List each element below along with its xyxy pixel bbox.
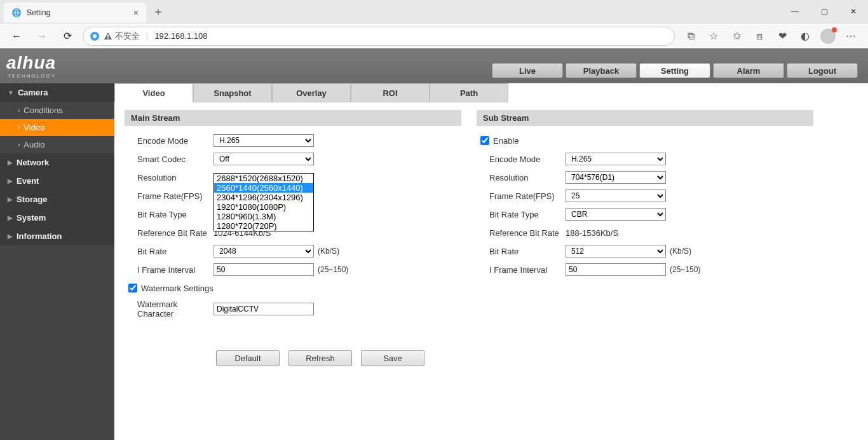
caret-icon: ▶ — [8, 177, 13, 184]
sidebar-section-camera[interactable]: ▼Camera — [0, 83, 114, 102]
default-button[interactable]: Default — [216, 350, 280, 366]
resolution-option[interactable]: 2688*1520(2688x1520) — [214, 174, 313, 183]
collections-icon[interactable]: ⧈ — [749, 26, 770, 46]
watermark-settings-label: Watermark Settings — [141, 284, 214, 293]
sub-bit-rate-type-select[interactable]: CBR — [566, 208, 666, 221]
app-icon[interactable]: ◐ — [794, 26, 816, 46]
resolution-option[interactable]: 1280*720(720P) — [214, 221, 313, 231]
sidebar-item-audio[interactable]: ›Audio — [0, 136, 114, 153]
smart-codec-label: Smart Codec — [137, 155, 214, 164]
warning-icon — [104, 32, 112, 41]
more-icon[interactable]: ⋯ — [840, 26, 862, 46]
sub-ref-bit-rate-value: 188-1536Kb/S — [566, 228, 618, 238]
svg-point-2 — [93, 34, 97, 38]
top-nav-alarm[interactable]: Alarm — [713, 63, 784, 78]
sub-bit-rate-type-label: Bit Rate Type — [489, 210, 566, 219]
forward-button[interactable]: → — [32, 26, 52, 46]
window-close-button[interactable]: ✕ — [839, 0, 868, 23]
caret-icon: ▼ — [8, 89, 14, 96]
sub-encode-mode-label: Encode Mode — [489, 155, 566, 164]
bit-rate-unit: (Kb/S) — [318, 247, 339, 256]
main-bit-rate-select[interactable]: 2048 — [214, 245, 314, 258]
sub-resolution-label: Resolution — [489, 173, 566, 182]
chevron-icon: › — [18, 107, 20, 114]
chevron-icon: › — [18, 124, 20, 131]
bit-rate-type-label: Bit Rate Type — [137, 210, 214, 219]
window-minimize-button[interactable]: — — [780, 0, 810, 23]
sub-i-frame-input[interactable] — [566, 263, 666, 276]
top-nav-live[interactable]: Live — [492, 63, 563, 78]
sidebar-section-system[interactable]: ▶System — [0, 209, 114, 227]
sub-ref-bit-rate-label: Reference Bit Rate — [489, 228, 566, 238]
tab-roi[interactable]: ROI — [351, 83, 430, 102]
top-nav-setting[interactable]: Setting — [639, 63, 710, 78]
sidebar-section-network[interactable]: ▶Network — [0, 153, 114, 172]
watermark-checkbox[interactable] — [128, 284, 137, 292]
tab-snapshot[interactable]: Snapshot — [193, 83, 272, 102]
svg-rect-4 — [107, 38, 109, 39]
main-stream-header: Main Stream — [125, 110, 461, 126]
sidebar-item-video[interactable]: ›Video — [0, 119, 114, 136]
brand-logo: alhua TECHNOLOGY — [6, 53, 56, 79]
bit-rate-label: Bit Rate — [137, 247, 214, 256]
caret-icon: ▶ — [8, 233, 13, 240]
favorites-list-icon[interactable]: ✩ — [726, 26, 747, 46]
sub-enable-checkbox[interactable] — [480, 136, 489, 145]
resolution-option[interactable]: 1280*960(1.3M) — [214, 212, 313, 221]
favorite-icon[interactable]: ☆ — [703, 26, 724, 46]
sub-bit-rate-select[interactable]: 512 — [566, 245, 666, 258]
main-encode-mode-select[interactable]: H.265 — [214, 134, 314, 147]
main-smart-codec-select[interactable]: Off — [214, 153, 314, 165]
refresh-button[interactable]: Refresh — [288, 350, 352, 366]
caret-icon: ▶ — [8, 214, 13, 221]
chevron-icon: › — [18, 141, 20, 148]
caret-icon: ▶ — [8, 196, 13, 203]
window-maximize-button[interactable]: ▢ — [810, 0, 839, 23]
tab-video[interactable]: Video — [114, 83, 193, 102]
new-tab-button[interactable]: ＋ — [153, 4, 164, 19]
i-frame-range: (25~150) — [318, 265, 348, 274]
watermark-char-label: Watermark Character — [137, 299, 214, 319]
tab-title: Setting — [27, 8, 133, 17]
sub-stream-header: Sub Stream — [477, 110, 813, 126]
reader-icon[interactable]: ⧉ — [680, 26, 702, 46]
refresh-button[interactable]: ⟳ — [57, 26, 78, 46]
svg-rect-3 — [107, 34, 109, 37]
tab-path[interactable]: Path — [430, 83, 508, 102]
ref-bit-rate-label: Reference Bit Rate — [137, 228, 214, 238]
sidebar-section-information[interactable]: ▶Information — [0, 227, 114, 245]
watermark-char-input[interactable] — [214, 303, 314, 315]
resolution-label: Resolution — [137, 173, 214, 182]
resolution-option[interactable]: 2560*1440(2560x1440) — [214, 183, 313, 193]
sub-frame-rate-select[interactable]: 25 — [566, 189, 666, 202]
extension-icon[interactable]: ❤ — [771, 26, 793, 46]
resolution-option[interactable]: 2304*1296(2304x1296) — [214, 193, 313, 202]
sub-encode-mode-select[interactable]: H.265 — [566, 153, 666, 165]
resolution-dropdown[interactable]: 2688*1520(2688x1520)2560*1440(2560x1440)… — [214, 173, 314, 231]
frame-rate-label: Frame Rate(FPS) — [137, 191, 214, 201]
sub-i-frame-label: I Frame Interval — [489, 265, 566, 275]
sub-resolution-select[interactable]: 704*576(D1) — [566, 171, 666, 184]
close-tab-icon[interactable]: × — [133, 8, 139, 18]
sidebar-section-event[interactable]: ▶Event — [0, 172, 114, 190]
sub-enable-label: Enable — [493, 136, 519, 146]
top-nav-playback[interactable]: Playback — [566, 63, 637, 78]
address-bar[interactable]: 不安全 | 192.168.1.108 — [83, 27, 675, 46]
sub-frame-rate-label: Frame Rate(FPS) — [489, 191, 566, 201]
browser-tab[interactable]: Setting × — [4, 3, 146, 23]
url-text: 192.168.1.108 — [154, 31, 207, 41]
insecure-label: 不安全 — [115, 31, 140, 42]
back-button[interactable]: ← — [6, 26, 27, 46]
insecure-badge: 不安全 — [104, 31, 140, 42]
profile-avatar[interactable] — [817, 26, 839, 46]
site-favicon — [90, 31, 100, 41]
sub-bit-rate-label: Bit Rate — [489, 247, 566, 256]
save-button[interactable]: Save — [361, 350, 424, 366]
sidebar-section-storage[interactable]: ▶Storage — [0, 190, 114, 209]
resolution-option[interactable]: 1920*1080(1080P) — [214, 202, 313, 212]
top-nav-logout[interactable]: Logout — [787, 63, 858, 78]
ie-icon — [11, 8, 22, 18]
sidebar-item-conditions[interactable]: ›Conditions — [0, 102, 114, 119]
tab-overlay[interactable]: Overlay — [272, 83, 351, 102]
main-i-frame-input[interactable] — [214, 263, 314, 276]
